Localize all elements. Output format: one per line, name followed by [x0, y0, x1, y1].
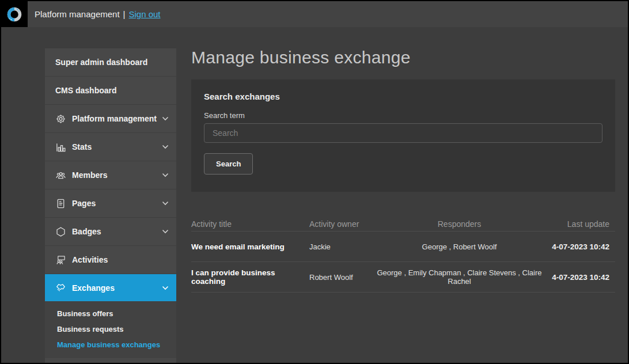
sidebar: Super admin dashboard CMS dashboard Plat… — [45, 48, 176, 363]
table-header-row: Activity title Activity owner Responders… — [191, 217, 615, 232]
document-icon — [55, 198, 66, 209]
submenu-item-business-requests[interactable]: Business requests — [57, 321, 176, 337]
column-header-responders: Responders — [374, 219, 544, 229]
exchanges-submenu: Business offers Business requests Manage… — [45, 301, 176, 358]
page-title: Manage business exchange — [191, 47, 615, 68]
search-term-label: Search term — [204, 111, 603, 120]
sidebar-item-exchanges[interactable]: Exchanges — [45, 274, 176, 301]
search-button[interactable]: Search — [204, 153, 253, 175]
exchanges-table: Activity title Activity owner Responders… — [191, 217, 615, 293]
search-panel-title: Search exchanges — [204, 92, 603, 101]
sidebar-item-label: CMS dashboard — [55, 86, 117, 95]
sidebar-item-label: Exchanges — [72, 283, 115, 293]
main-content: Manage business exchange Search exchange… — [191, 47, 615, 293]
column-header-activity-owner: Activity owner — [309, 219, 374, 229]
activity-owner-cell: Jackie — [309, 242, 374, 251]
submenu-item-business-offers[interactable]: Business offers — [57, 306, 176, 321]
sign-out-link[interactable]: Sign out — [128, 9, 160, 19]
sidebar-item-label: Activities — [72, 255, 108, 264]
topbar-text: Platform management|Sign out — [35, 9, 161, 19]
last-update-cell: 4-07-2023 10:42 — [544, 273, 615, 282]
chevron-down-icon — [162, 286, 169, 290]
app-window: Platform management|Sign out Super admin… — [0, 0, 629, 364]
sidebar-item-label: Stats — [72, 142, 92, 151]
submenu-item-manage-business-exchanges[interactable]: Manage business exchanges — [57, 337, 176, 352]
sidebar-item-members[interactable]: Members — [45, 161, 176, 189]
handshake-icon — [55, 282, 66, 293]
last-update-cell: 4-07-2023 10:42 — [544, 242, 615, 251]
ring-logo-icon — [6, 6, 23, 23]
chevron-down-icon — [162, 229, 169, 234]
activity-owner-cell: Robert Woolf — [309, 273, 374, 282]
column-header-last-update: Last update — [544, 219, 615, 229]
chevron-down-icon — [162, 145, 169, 149]
sidebar-item-label: Badges — [72, 227, 101, 236]
sidebar-item-activities[interactable]: Activities — [45, 246, 176, 274]
sidebar-item-label: Platform management — [72, 114, 157, 123]
brand-label: Platform management — [35, 9, 120, 19]
sidebar-item-label: Super admin dashboard — [55, 58, 147, 67]
sidebar-item-platform-management[interactable]: Platform management — [45, 105, 176, 133]
table-row[interactable]: We need email marketing Jackie George , … — [191, 232, 615, 262]
gear-icon — [55, 113, 66, 124]
sidebar-item-challenges[interactable]: Challenges — [45, 358, 176, 363]
sidebar-item-pages[interactable]: Pages — [45, 189, 176, 218]
sidebar-item-stats[interactable]: Stats — [45, 133, 176, 161]
top-bar: Platform management|Sign out — [1, 1, 628, 27]
sidebar-item-label: Pages — [72, 199, 96, 208]
chevron-down-icon — [162, 173, 169, 177]
chevron-down-icon — [162, 116, 169, 121]
sidebar-item-badges[interactable]: Badges — [45, 218, 176, 246]
sidebar-item-super-admin-dashboard[interactable]: Super admin dashboard — [45, 48, 176, 77]
bar-chart-icon — [55, 142, 66, 153]
meeting-icon — [55, 255, 66, 266]
brand-separator: | — [123, 9, 126, 19]
activity-title-cell: I can provide business coaching — [191, 268, 309, 286]
search-input[interactable] — [204, 123, 603, 143]
column-header-activity-title: Activity title — [191, 219, 309, 229]
activity-title-cell: We need email marketing — [191, 242, 309, 251]
chevron-down-icon — [162, 201, 169, 206]
sidebar-item-label: Members — [72, 170, 107, 180]
people-icon — [55, 170, 66, 181]
responders-cell: George , Robert Woolf — [374, 242, 544, 251]
logo — [1, 1, 28, 27]
sidebar-item-cms-dashboard[interactable]: CMS dashboard — [45, 77, 176, 105]
hexagon-icon — [55, 226, 66, 237]
table-row[interactable]: I can provide business coaching Robert W… — [191, 262, 615, 293]
search-panel: Search exchanges Search term Search — [191, 79, 615, 192]
responders-cell: George , Emily Chapman , Claire Stevens … — [374, 268, 544, 286]
